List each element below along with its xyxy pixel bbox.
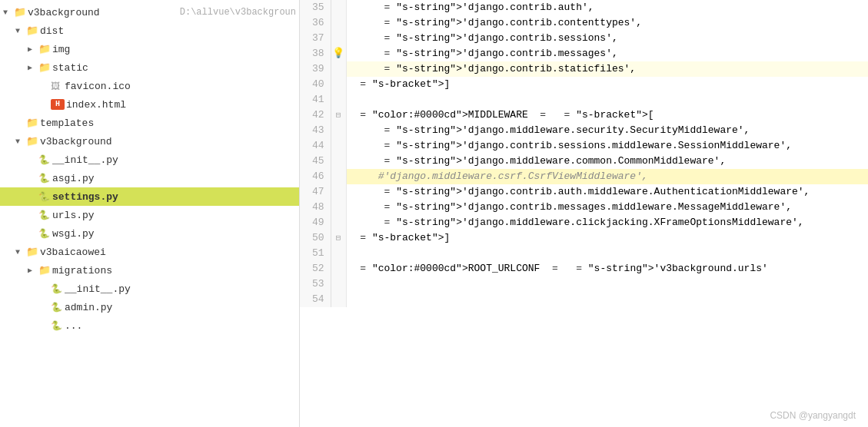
code-row: 46 #'django.middleware.csrf.CsrfViewMidd… [300,169,868,184]
tree-item-v3background-pkg[interactable]: 📁v3background [0,132,299,151]
fold-icon[interactable]: ⊟ [336,111,341,120]
gutter-cell [331,154,346,169]
html-file-icon: H [51,99,65,110]
py-file-icon: 🐍 [38,210,52,221]
expand-arrow[interactable] [28,63,38,72]
expand-arrow[interactable] [28,45,38,54]
folder-icon: 📁 [14,6,28,18]
item-label: favicon.ico [65,81,296,92]
code-content: = "s-string">'django.contrib.auth', [346,0,868,15]
folder-icon: 📁 [38,61,52,74]
line-number: 53 [300,276,331,292]
line-number: 48 [300,200,331,215]
line-number: 47 [300,184,331,200]
code-content [346,92,868,108]
tree-item-index-html[interactable]: Hindex.html [0,95,299,114]
code-content: = "s-string">'django.contrib.sessions', [346,31,868,46]
tree-item-templates[interactable]: 📁templates [0,114,299,132]
tree-item-static[interactable]: 📁static [0,58,299,77]
code-row: 40 = "s-bracket">] [300,77,868,92]
tree-item-migrations[interactable]: 📁migrations [0,261,299,280]
line-number: 35 [300,0,331,15]
code-content: = "color:#0000cd">ROOT_URLCONF = = "s-st… [346,261,868,276]
gutter-cell [331,292,346,307]
code-row: 53 [300,276,868,292]
file-tree: 📁v3backgroundD:\allvue\v3backgroun📁dist📁… [0,0,300,427]
item-label: ... [65,320,296,332]
tree-item-img[interactable]: 📁img [0,40,299,58]
code-row: 48 = "s-string">'django.contrib.messages… [300,200,868,215]
code-row: 39 = "s-string">'django.contrib.staticfi… [300,61,868,77]
gutter-cell [331,200,346,215]
expand-arrow[interactable] [15,248,26,257]
tree-item-dist[interactable]: 📁dist [0,22,299,40]
line-number: 38 [300,46,331,61]
expand-arrow[interactable] [28,266,38,275]
code-table: 35 = "s-string">'django.contrib.auth',36… [300,0,868,307]
expand-arrow[interactable] [3,8,14,17]
bulb-icon: 💡 [332,48,344,59]
tree-item-settings-py[interactable]: 🐍settings.py [0,187,299,206]
gutter-cell [331,31,346,46]
folder-icon: 📁 [26,117,40,129]
code-row: 41 [300,92,868,108]
line-number: 42 [300,108,331,123]
code-row: 50⊟ = "s-bracket">] [300,230,868,246]
tree-item-wsgi-py[interactable]: 🐍wsgi.py [0,224,299,243]
item-label: img [52,44,296,55]
gutter-cell: ⊟ [331,230,346,246]
code-content: #'django.middleware.csrf.CsrfViewMiddlew… [346,169,868,184]
tree-item-urls-py[interactable]: 🐍urls.py [0,206,299,224]
folder-icon: 📁 [26,246,40,258]
line-number: 46 [300,169,331,184]
py-file-icon: 🐍 [38,173,52,184]
tree-item-ellipsis[interactable]: 🐍... [0,316,299,335]
code-content: = "s-string">'django.middleware.security… [346,123,868,138]
code-content: = "s-string">'django.middleware.clickjac… [346,215,868,230]
code-row: 52 = "color:#0000cd">ROOT_URLCONF = = "s… [300,261,868,276]
folder-icon: 📁 [38,264,52,276]
code-content [346,292,868,307]
tree-item-v3background-root[interactable]: 📁v3backgroundD:\allvue\v3backgroun [0,3,299,22]
code-content: = "s-string">'django.contrib.sessions.mi… [346,138,868,154]
line-number: 51 [300,246,331,261]
item-label: admin.py [65,302,296,313]
gutter-cell [331,276,346,292]
code-row: 47 = "s-string">'django.contrib.auth.mid… [300,184,868,200]
item-path: D:\allvue\v3backgroun [180,7,296,18]
tree-item-init-py2[interactable]: 🐍__init__.py [0,280,299,298]
gutter-cell: ⊟ [331,108,346,123]
code-row: 42⊟ = "color:#0000cd">MIDDLEWARE = = "s-… [300,108,868,123]
code-content: = "s-string">'django.contrib.messages.mi… [346,200,868,215]
tree-item-init-py[interactable]: 🐍__init__.py [0,151,299,169]
tree-item-v3baicaowei[interactable]: 📁v3baicaowei [0,243,299,261]
code-row: 54 [300,292,868,307]
item-label: migrations [52,265,296,276]
item-label: v3background [40,136,296,147]
code-content: = "s-bracket">] [346,77,868,92]
line-number: 41 [300,92,331,108]
watermark: CSDN @yangyangdt [770,410,856,421]
item-label: urls.py [52,210,296,221]
item-label: wsgi.py [52,228,296,240]
code-content: = "s-string">'django.middleware.common.C… [346,154,868,169]
expand-arrow[interactable] [15,137,26,146]
tree-item-asgi-py[interactable]: 🐍asgi.py [0,169,299,187]
code-content [346,246,868,261]
item-label: dist [40,25,296,37]
expand-arrow[interactable] [15,27,26,35]
tree-item-favicon[interactable]: 🖼favicon.ico [0,77,299,95]
line-number: 50 [300,230,331,246]
folder-icon: 📁 [26,135,40,147]
item-label: index.html [66,99,296,111]
line-number: 40 [300,77,331,92]
item-label: v3background [28,7,177,18]
code-row: 36 = "s-string">'django.contrib.contentt… [300,15,868,31]
gutter-cell [331,92,346,108]
tree-item-admin-py[interactable]: 🐍admin.py [0,298,299,316]
folder-icon: 📁 [38,43,52,55]
py-file-icon: 🐍 [38,154,52,166]
gutter-cell: 💡 [331,46,346,61]
line-number: 54 [300,292,331,307]
fold-icon[interactable]: ⊟ [336,233,341,243]
